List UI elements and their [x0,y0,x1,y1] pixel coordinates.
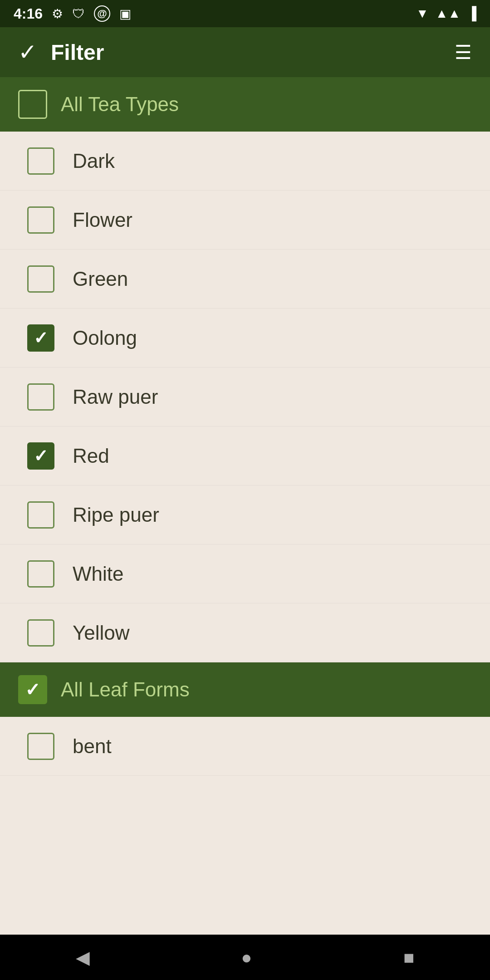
signal-icon: ▲▲ [436,6,461,21]
all-leaf-forms-header[interactable]: All Leaf Forms [0,662,490,717]
green-label: Green [73,268,128,290]
menu-button[interactable]: ☰ [455,41,472,64]
all-leaf-forms-label: All Leaf Forms [61,678,190,701]
green-checkbox[interactable] [27,265,54,293]
list-item[interactable]: Oolong [0,309,490,368]
raw-puer-label: Raw puer [73,386,158,408]
all-tea-types-checkbox[interactable] [18,90,47,119]
list-item[interactable]: Yellow [0,603,490,662]
list-item[interactable]: Dark [0,132,490,191]
status-right: ▼ ▲▲ ▐ [416,6,476,21]
toolbar-left: ✓ Filter [18,39,104,65]
list-item[interactable]: bent [0,717,490,776]
dark-checkbox[interactable] [27,147,54,175]
ripe-puer-checkbox[interactable] [27,501,54,529]
battery-icon: ▐ [467,6,476,21]
confirm-button[interactable]: ✓ [18,39,37,65]
raw-puer-checkbox[interactable] [27,383,54,411]
red-checkbox[interactable] [27,442,54,470]
all-leaf-forms-checkbox[interactable] [18,675,47,704]
status-time: 4:16 [14,5,43,22]
red-label: Red [73,445,109,467]
toolbar: ✓ Filter ☰ [0,27,490,77]
yellow-label: Yellow [73,622,130,644]
list-item[interactable]: Ripe puer [0,485,490,544]
ripe-puer-label: Ripe puer [73,504,159,526]
at-icon: @ [94,5,110,22]
bent-checkbox[interactable] [27,733,54,760]
back-button[interactable]: ◀ [76,947,90,968]
status-left: 4:16 ⚙ 🛡 @ ▣ [14,5,131,22]
list-item[interactable]: Red [0,426,490,485]
recent-button[interactable]: ■ [403,947,414,968]
shield-icon: 🛡 [72,6,85,21]
yellow-checkbox[interactable] [27,619,54,647]
flower-checkbox[interactable] [27,206,54,234]
list-item[interactable]: Green [0,250,490,309]
tea-types-list: Dark Flower Green Oolong Raw puer Red Ri… [0,132,490,935]
settings-icon: ⚙ [52,6,63,21]
flower-label: Flower [73,209,132,231]
status-bar: 4:16 ⚙ 🛡 @ ▣ ▼ ▲▲ ▐ [0,0,490,27]
list-item[interactable]: Flower [0,191,490,250]
white-checkbox[interactable] [27,560,54,588]
home-button[interactable]: ● [241,947,252,968]
oolong-label: Oolong [73,327,137,349]
all-tea-types-header[interactable]: All Tea Types [0,77,490,132]
all-tea-types-label: All Tea Types [61,93,179,116]
white-label: White [73,563,123,585]
bent-label: bent [73,735,112,758]
list-item[interactable]: Raw puer [0,368,490,426]
dark-label: Dark [73,150,115,172]
bottom-navigation: ◀ ● ■ [0,935,490,980]
wifi-icon: ▼ [416,6,429,21]
oolong-checkbox[interactable] [27,324,54,352]
list-item[interactable]: White [0,544,490,603]
sd-icon: ▣ [119,6,131,21]
page-title: Filter [51,40,104,65]
